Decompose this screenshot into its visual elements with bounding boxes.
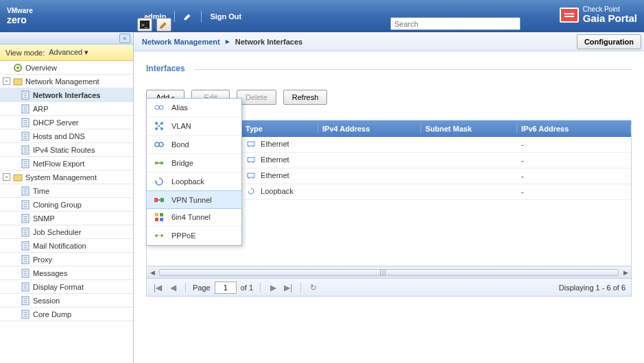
overview-icon [13, 63, 23, 73]
add-menu-item-6in4-tunnel[interactable]: 6in4 Tunnel [147, 208, 241, 227]
nav-group-system-management[interactable]: −System Management [0, 171, 133, 184]
delete-button[interactable]: Delete [237, 90, 276, 105]
sidebar-item-core-dump[interactable]: Core Dump [0, 308, 133, 321]
tree-toggle-icon[interactable]: − [3, 77, 10, 85]
add-menu-item-loopback[interactable]: Loopback [147, 173, 241, 191]
viewmode-value[interactable]: Advanced ▾ [49, 48, 88, 57]
scroll-right-icon[interactable]: ▶ [620, 269, 631, 276]
nav-group-network-management[interactable]: −Network Management [0, 75, 133, 88]
hostname-label: zero [7, 14, 137, 25]
chevron-right-icon: ▸ [226, 37, 230, 46]
crumb-root[interactable]: Network Management [142, 38, 220, 46]
svg-rect-3 [564, 16, 574, 17]
th-ipv4[interactable]: IPv4 Address [318, 125, 421, 133]
pencil-icon[interactable] [183, 12, 193, 21]
edit-button[interactable] [156, 18, 171, 32]
terminal-button[interactable]: >_ [137, 18, 152, 32]
sidebar-item-netflow-export[interactable]: NetFlow Export [0, 157, 133, 171]
sidebar-item-label: ARP [33, 105, 49, 113]
add-menu-item-pppoe[interactable]: PPPoE [147, 227, 241, 245]
vpn-icon [154, 195, 165, 205]
sidebar-item-label: Core Dump [33, 310, 71, 318]
sidebar-item-mail-notification[interactable]: Mail Notification [0, 239, 133, 253]
configuration-button[interactable]: Configuration [577, 34, 641, 49]
add-menu-item-vpn-tunnel[interactable]: VPN Tunnel [146, 190, 242, 209]
sidebar-item-label: Hosts and DNS [33, 132, 85, 140]
th-type[interactable]: Type [243, 125, 318, 133]
horizontal-scrollbar[interactable]: ◀ ▶ [147, 266, 631, 278]
checkpoint-icon [560, 8, 579, 23]
sidebar-item-dhcp-server[interactable]: DHCP Server [0, 116, 133, 129]
pager-last-icon[interactable]: ▶| [283, 283, 294, 292]
vmware-label: VMware [7, 7, 137, 14]
tree-toggle-icon[interactable]: − [3, 173, 10, 181]
document-icon [21, 227, 30, 237]
add-menu-label: PPPoE [171, 231, 195, 240]
sidebar-item-label: SNMP [33, 214, 55, 223]
add-menu-label: VLAN [171, 122, 191, 130]
pager-next-icon[interactable]: ▶ [267, 283, 278, 292]
svg-rect-96 [248, 158, 254, 162]
sidebar-item-label: Cloning Group [33, 201, 82, 209]
add-menu-item-vlan[interactable]: VLAN [147, 117, 241, 136]
document-icon [21, 118, 30, 127]
th-ipv6[interactable]: IPv6 Address [517, 125, 631, 133]
svg-rect-81 [160, 162, 163, 164]
content: Network Management ▸ Network Interfaces … [134, 32, 644, 363]
sidebar-item-session[interactable]: Session [0, 294, 133, 308]
sidebar-item-time[interactable]: Time [0, 184, 133, 198]
svg-point-5 [16, 66, 19, 69]
th-subnet[interactable]: Subnet Mask [421, 125, 517, 133]
add-menu-item-bond[interactable]: Bond [147, 136, 241, 154]
add-menu-label: 6in4 Tunnel [171, 213, 211, 221]
sidebar-item-job-scheduler[interactable]: Job Scheduler [0, 225, 133, 239]
scroll-thumb[interactable] [159, 269, 619, 276]
sidebar-item-arp[interactable]: ARP [0, 102, 133, 116]
cell-ipv6: - [517, 172, 631, 180]
crumb-current: Network Interfaces [235, 38, 302, 46]
section-title: Interfaces [146, 64, 632, 75]
interface-type-icon [247, 140, 257, 149]
pager-refresh-icon[interactable]: ↻ [308, 283, 319, 292]
document-icon [21, 296, 30, 305]
pager-page-input[interactable] [215, 281, 237, 294]
document-icon [21, 159, 30, 168]
add-menu-label: Alias [171, 103, 188, 112]
svg-rect-89 [160, 218, 163, 221]
svg-rect-99 [248, 173, 254, 177]
add-menu-label: Bridge [171, 159, 193, 167]
nav-group-overview[interactable]: Overview [0, 61, 133, 75]
interface-type-icon [247, 187, 257, 197]
document-icon [21, 186, 30, 196]
add-menu-item-alias[interactable]: Alias [147, 99, 241, 117]
sidebar-item-hosts-and-dns[interactable]: Hosts and DNS [0, 129, 133, 143]
svg-rect-84 [160, 198, 164, 202]
sidebar-item-messages[interactable]: Messages [0, 266, 133, 280]
nav-tree: Overview−Network ManagementNetwork Inter… [0, 61, 133, 321]
6in4-icon [154, 212, 165, 223]
sidebar-item-label: Mail Notification [33, 242, 86, 250]
cell-ipv6: - [517, 140, 631, 149]
sidebar-item-ipv4-static-routes[interactable]: IPv4 Static Routes [0, 143, 133, 157]
folder-icon [13, 173, 23, 182]
interface-type-icon [247, 171, 257, 181]
pager-prev-icon[interactable]: ◀ [167, 283, 178, 292]
sidebar-item-network-interfaces[interactable]: Network Interfaces [0, 88, 133, 102]
sidebar-item-proxy[interactable]: Proxy [0, 253, 133, 266]
signout-link[interactable]: Sign Out [210, 12, 241, 21]
search-input[interactable] [390, 17, 521, 30]
document-icon [21, 200, 30, 210]
pager-first-icon[interactable]: |◀ [152, 283, 163, 292]
sidebar-item-label: Time [33, 187, 49, 195]
scroll-left-icon[interactable]: ◀ [147, 269, 158, 276]
sidebar-item-snmp[interactable]: SNMP [0, 212, 133, 225]
separator [174, 11, 175, 22]
sidebar-item-cloning-group[interactable]: Cloning Group [0, 198, 133, 212]
sidebar-item-display-format[interactable]: Display Format [0, 280, 133, 294]
document-icon [21, 145, 30, 155]
collapse-button[interactable]: « [119, 34, 130, 43]
refresh-button[interactable]: Refresh [283, 90, 328, 105]
add-menu-item-bridge[interactable]: Bridge [147, 154, 241, 173]
main: « View mode: Advanced ▾ Overview−Network… [0, 32, 644, 363]
svg-text:>_: >_ [141, 22, 148, 28]
